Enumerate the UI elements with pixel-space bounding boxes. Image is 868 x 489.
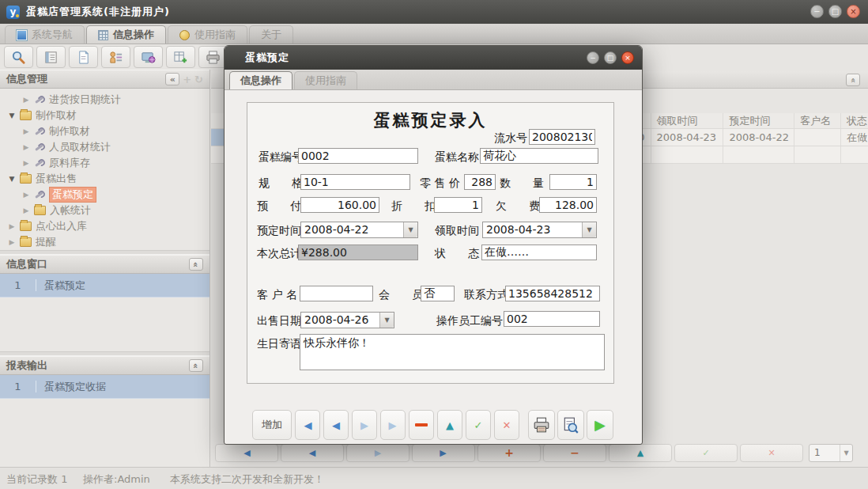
system-message: 本系统支持二次开发和全新开发！ xyxy=(170,472,324,487)
print-receipt-button[interactable] xyxy=(528,410,555,440)
help-coin-icon xyxy=(179,30,190,40)
info-window-collapse-button[interactable]: « xyxy=(189,258,203,271)
tree-folder-snack-io[interactable]: ▶ 点心出入库 xyxy=(0,218,209,234)
tree-item-raw-stock[interactable]: ▶ 原料库存 xyxy=(0,155,209,171)
status-input[interactable] xyxy=(481,244,597,260)
first-record-icon: ◀ xyxy=(304,419,312,431)
delete-button[interactable] xyxy=(409,410,434,440)
run-button[interactable]: ▶ xyxy=(587,410,613,440)
greeting-textarea[interactable]: 快乐永伴你！ xyxy=(300,334,605,370)
nav-cancel-button[interactable]: ✕ xyxy=(740,444,803,462)
column-pickup-time[interactable]: 领取时间 xyxy=(651,113,724,128)
nav-add-button[interactable]: + xyxy=(477,444,541,462)
record-count-combo[interactable]: 1 ▼ xyxy=(809,444,853,462)
monitor-globe-button[interactable] xyxy=(134,46,163,68)
dialog-maximize-button[interactable]: □ xyxy=(604,51,617,64)
column-status[interactable]: 状态 xyxy=(841,113,868,128)
tool-icon xyxy=(34,95,45,104)
dialog-minimize-button[interactable]: − xyxy=(587,51,599,64)
minimize-icon: − xyxy=(590,54,596,62)
customer-input[interactable] xyxy=(300,286,373,301)
cancel-button[interactable]: ✕ xyxy=(494,410,519,440)
price-label: 零 售 价 xyxy=(420,176,460,191)
status-bar: 当前记录数 1 操作者:Admin 本系统支持二次开发和全新开发！ xyxy=(0,467,868,489)
tree-item-purchase-by-date[interactable]: ▶ 进货按日期统计 xyxy=(0,92,209,108)
post-button[interactable]: ✓ xyxy=(466,410,491,440)
prev-button[interactable]: ◀ xyxy=(323,410,349,440)
nav-first-button[interactable]: ◀ xyxy=(215,444,278,462)
dialog-titlebar[interactable]: 蛋糕预定 − □ × xyxy=(225,46,642,70)
search-button[interactable] xyxy=(4,46,33,68)
sidebar-collapse-button[interactable]: « xyxy=(165,73,179,85)
dialog-tab-info-operation[interactable]: 信息操作 xyxy=(229,71,292,89)
chevron-down-icon[interactable]: ▼ xyxy=(582,222,596,237)
table-add-button[interactable] xyxy=(166,46,195,68)
nav-last-button[interactable]: ▶ xyxy=(412,444,475,462)
dialog-window-controls: − □ × xyxy=(587,51,634,64)
operator-no-input[interactable] xyxy=(504,311,600,327)
chevron-down-icon[interactable]: ▼ xyxy=(379,313,394,328)
edit-button[interactable]: ▲ xyxy=(437,410,462,440)
first-button[interactable]: ◀ xyxy=(295,410,320,440)
tree-folder-making-material[interactable]: ▼ 制作取材 xyxy=(0,108,209,123)
last-button[interactable]: ▶ xyxy=(380,410,406,440)
qty-input[interactable] xyxy=(549,174,597,190)
nav-edit-button[interactable]: ▲ xyxy=(609,444,672,462)
main-tabbar: 系统导航 信息操作 使用指南 关于 xyxy=(0,24,868,44)
cake-no-label: 蛋糕编号 xyxy=(259,150,303,165)
dialog-tab-user-guide[interactable]: 使用指南 xyxy=(294,71,357,89)
next-record-icon: ▶ xyxy=(360,419,368,431)
add-button[interactable]: 增加 xyxy=(252,410,292,440)
prev-record-icon: ◀ xyxy=(309,448,315,458)
report-output-collapse-button[interactable]: « xyxy=(189,359,203,372)
cake-name-input[interactable] xyxy=(480,148,598,164)
operator-status: 操作者:Admin xyxy=(83,472,150,487)
member-label: 会 员 xyxy=(379,288,423,302)
next-button[interactable]: ▶ xyxy=(352,410,377,440)
content-collapse-button[interactable]: « xyxy=(846,74,860,86)
prepaid-input[interactable] xyxy=(300,197,379,213)
order-date-label: 预定时间 xyxy=(257,224,301,238)
member-input[interactable] xyxy=(421,286,455,301)
print-preview-button[interactable] xyxy=(557,410,584,440)
form-view-button[interactable] xyxy=(36,46,66,68)
tab-about[interactable]: 关于 xyxy=(249,25,293,44)
tree-item-cake-reservation[interactable]: ▶ 蛋糕预定 xyxy=(0,187,209,203)
tab-system-nav[interactable]: 系统导航 xyxy=(5,25,85,44)
report-output-row[interactable]: 1 蛋糕预定收据 xyxy=(0,375,209,399)
owe-input[interactable] xyxy=(539,197,597,213)
tree-folder-reminder[interactable]: ▶ 提醒 xyxy=(0,234,209,250)
new-document-button[interactable] xyxy=(69,46,98,68)
tab-info-operation[interactable]: 信息操作 xyxy=(86,25,166,44)
person-report-button[interactable] xyxy=(101,46,130,68)
nav-delete-button[interactable]: − xyxy=(543,444,606,462)
column-order-time[interactable]: 预定时间 xyxy=(723,113,794,128)
nav-prev-button[interactable]: ◀ xyxy=(281,444,344,462)
tree-folder-cake-sale[interactable]: ▼ 蛋糕出售 xyxy=(0,171,209,187)
maximize-button[interactable]: □ xyxy=(828,5,842,18)
order-date-combo[interactable]: 2008-04-22 ▼ xyxy=(300,222,418,238)
sale-date-combo[interactable]: 2008-04-26 ▼ xyxy=(300,312,394,328)
close-button[interactable]: × xyxy=(847,5,860,18)
chevron-right-icon: ▶ xyxy=(22,159,30,167)
cake-no-input[interactable] xyxy=(298,148,418,164)
column-customer[interactable]: 客户名 xyxy=(794,113,841,128)
pickup-date-combo[interactable]: 2008-04-23 ▼ xyxy=(482,222,597,238)
price-input[interactable] xyxy=(464,174,496,190)
person-report-icon xyxy=(108,50,123,65)
prev-record-icon: ◀ xyxy=(332,419,340,431)
spec-input[interactable] xyxy=(300,174,410,190)
minimize-button[interactable]: − xyxy=(810,5,824,18)
contact-input[interactable] xyxy=(505,286,600,301)
tree-folder-account-stats[interactable]: ▶ 入帐统计 xyxy=(0,203,209,218)
tree-item-making-material[interactable]: ▶ 制作取材 xyxy=(0,123,209,139)
discount-input[interactable] xyxy=(434,197,482,213)
tree-item-staff-material-stats[interactable]: ▶ 人员取材统计 xyxy=(0,139,209,155)
tab-user-guide[interactable]: 使用指南 xyxy=(168,25,247,44)
chevron-down-icon[interactable]: ▼ xyxy=(403,222,417,237)
dialog-close-button[interactable]: × xyxy=(621,51,634,64)
serial-input[interactable] xyxy=(529,129,595,145)
info-window-row[interactable]: 1 蛋糕预定 xyxy=(0,274,209,298)
nav-post-button[interactable]: ✓ xyxy=(674,444,738,462)
nav-next-button[interactable]: ▶ xyxy=(346,444,409,462)
